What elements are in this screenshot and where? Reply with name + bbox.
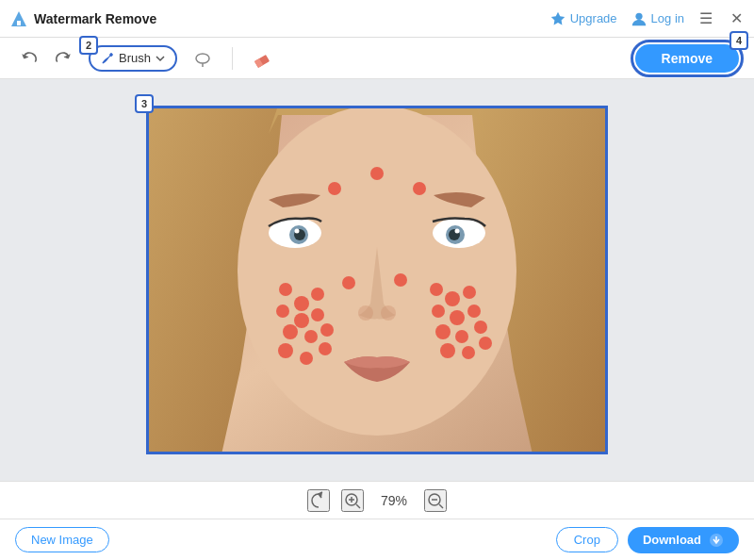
face-image[interactable] xyxy=(146,106,608,454)
svg-point-17 xyxy=(358,305,373,321)
upgrade-icon xyxy=(549,10,566,27)
redo-icon xyxy=(55,50,72,67)
svg-point-46 xyxy=(342,276,355,289)
svg-point-16 xyxy=(455,229,460,234)
rotate-icon xyxy=(309,491,328,510)
svg-point-47 xyxy=(394,273,407,287)
svg-point-29 xyxy=(300,352,313,365)
svg-point-30 xyxy=(319,342,332,355)
user-icon xyxy=(631,10,647,27)
eraser-icon xyxy=(253,49,271,68)
actionbar-right: Crop Download xyxy=(556,527,739,553)
zoom-level: 79% xyxy=(375,493,413,508)
svg-line-54 xyxy=(439,504,443,508)
remove-wrap: 4 Remove xyxy=(635,44,739,73)
undo-icon xyxy=(21,50,38,67)
crop-button[interactable]: Crop xyxy=(556,527,618,552)
svg-point-43 xyxy=(370,167,384,180)
svg-point-2 xyxy=(635,12,642,19)
svg-point-45 xyxy=(413,182,426,195)
svg-point-26 xyxy=(304,330,318,343)
svg-point-20 xyxy=(294,296,309,311)
svg-point-25 xyxy=(283,324,298,339)
download-icon xyxy=(709,533,724,548)
canvas-wrapper[interactable]: 3 xyxy=(146,106,608,454)
face-svg xyxy=(146,106,608,454)
zoom-out-button[interactable] xyxy=(424,489,447,512)
undo-redo-group xyxy=(15,44,77,73)
svg-point-40 xyxy=(440,343,455,358)
menu-icon[interactable]: ☰ xyxy=(697,10,714,27)
step-badge-3: 3 xyxy=(135,94,154,113)
lasso-button[interactable] xyxy=(188,44,217,73)
svg-point-23 xyxy=(294,313,309,328)
upgrade-button[interactable]: Upgrade xyxy=(549,10,617,27)
brush-icon xyxy=(100,51,115,66)
titlebar-left: Watermark Remove xyxy=(9,9,156,28)
chevron-down-icon xyxy=(155,53,166,64)
action-bar: New Image Crop Download xyxy=(0,519,754,560)
svg-point-12 xyxy=(295,229,300,234)
zoom-bar: 79% xyxy=(0,481,754,519)
svg-point-38 xyxy=(455,330,468,343)
svg-point-22 xyxy=(276,305,289,318)
lasso-icon xyxy=(193,49,212,68)
step-badge-4: 4 xyxy=(729,31,748,50)
redo-button[interactable] xyxy=(49,44,77,73)
svg-point-44 xyxy=(328,182,341,195)
svg-point-39 xyxy=(474,321,487,334)
svg-point-36 xyxy=(467,305,481,318)
rotate-button[interactable] xyxy=(307,489,330,512)
titlebar-right: Upgrade Log in ☰ ✕ xyxy=(549,10,745,27)
brush-group-wrap: 2 Brush xyxy=(89,45,177,72)
svg-point-32 xyxy=(445,291,460,306)
login-button[interactable]: Log in xyxy=(631,10,684,27)
svg-point-34 xyxy=(432,305,445,318)
new-image-button[interactable]: New Image xyxy=(15,527,109,552)
svg-point-27 xyxy=(320,323,334,337)
brush-label: Brush xyxy=(119,51,151,65)
svg-line-51 xyxy=(356,504,360,508)
svg-rect-1 xyxy=(17,21,21,25)
step-badge-2: 2 xyxy=(79,36,98,55)
svg-point-24 xyxy=(311,308,324,321)
zoom-in-icon xyxy=(343,491,362,510)
zoom-in-button[interactable] xyxy=(341,489,364,512)
brush-button[interactable]: Brush xyxy=(89,45,177,72)
svg-point-35 xyxy=(450,310,465,325)
zoom-out-icon xyxy=(426,491,445,510)
download-button[interactable]: Download xyxy=(628,527,739,553)
upgrade-label: Upgrade xyxy=(570,11,617,25)
main-canvas-area: 3 xyxy=(0,79,754,481)
toolbar-divider xyxy=(232,47,233,70)
svg-point-28 xyxy=(278,343,293,358)
eraser-button[interactable] xyxy=(248,44,276,73)
svg-point-4 xyxy=(196,54,209,63)
app-title: Watermark Remove xyxy=(34,11,156,26)
svg-point-41 xyxy=(462,346,475,359)
svg-point-31 xyxy=(430,283,443,296)
app-icon xyxy=(9,9,28,28)
download-label: Download xyxy=(643,533,701,547)
svg-point-42 xyxy=(479,337,492,350)
svg-point-33 xyxy=(463,286,476,299)
titlebar: Watermark Remove Upgrade Log in ☰ ✕ xyxy=(0,0,754,38)
svg-point-21 xyxy=(311,288,324,301)
svg-point-37 xyxy=(435,324,451,339)
login-label: Log in xyxy=(651,11,684,25)
toolbar: 2 Brush 4 Remove xyxy=(0,38,754,79)
svg-point-19 xyxy=(279,283,292,296)
remove-button[interactable]: Remove xyxy=(635,44,739,73)
undo-button[interactable] xyxy=(15,44,43,73)
svg-point-18 xyxy=(381,305,396,321)
close-icon[interactable]: ✕ xyxy=(728,10,745,27)
